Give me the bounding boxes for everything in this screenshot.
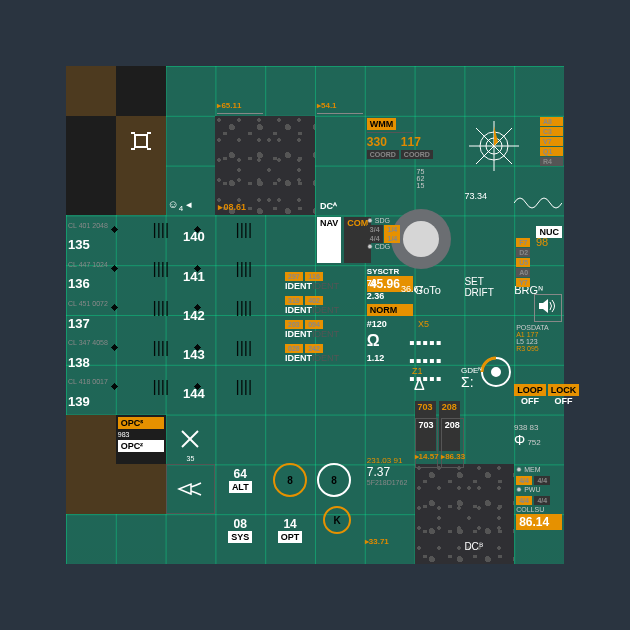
dcb-label: DCᴮ — [464, 541, 514, 591]
f-stack: F7 D2 U5 A0 Y7 — [514, 236, 532, 286]
gauge-icon — [478, 354, 514, 394]
svg-point-14 — [492, 368, 500, 376]
posdata: POSDATA A1 177 L5 123 R3 095 — [514, 322, 564, 372]
readout: ▸08.61 — [215, 166, 265, 216]
readout: ▸54.1 — [315, 66, 365, 116]
bg-block — [116, 464, 166, 514]
bg-block — [66, 66, 116, 116]
setdrift-button[interactable]: SET DRIFT — [464, 276, 514, 326]
readout: 73.34 — [464, 191, 514, 241]
knob-8a: 8 — [273, 463, 307, 497]
compass-icon — [464, 116, 524, 176]
mid-nums: 756215 — [415, 166, 465, 216]
knob-8b: 8 — [317, 463, 351, 497]
bg-block — [66, 116, 116, 166]
wmm-block[interactable]: WMM 330COORD 117COORD — [365, 116, 415, 166]
waveform: NUC — [514, 191, 564, 241]
svg-marker-12 — [539, 299, 548, 313]
audio-icon[interactable] — [534, 294, 562, 322]
bg-block — [116, 66, 166, 116]
opt-block[interactable]: 14 OPT — [265, 514, 315, 564]
bg-block — [66, 166, 116, 216]
horn-icon[interactable] — [166, 464, 216, 514]
sigma-icon: Σ: — [461, 374, 474, 390]
status-stack: A8 C3 V7 Q1 R4 — [539, 116, 564, 166]
hud-panel: ▸65.11 ▸54.1 ☺4 ◂ ▸08.61 DCᴬ WMM 330COOR… — [66, 66, 564, 564]
label: X5 — [418, 319, 429, 329]
readout: ▸33.71 — [365, 536, 415, 586]
ident-stack[interactable]: 297 116IDENTIDENT 319 402IDENTIDENT 203 … — [283, 269, 368, 429]
bg-block — [66, 415, 116, 465]
crosshair-icon — [116, 116, 166, 166]
label: Z1 — [412, 366, 423, 376]
nav-com[interactable]: NAVCOM — [315, 215, 365, 265]
num-col: 140 141 142 143 144 — [181, 215, 231, 415]
dc-label: DCᴬ — [315, 166, 365, 216]
mem-block: ✹ MEM 4/4 4/4 ✹ PWU 4/4 4/4 COLLSU 86.14 — [514, 464, 564, 514]
knob-row[interactable]: 8 8 — [271, 461, 353, 499]
q-indicator: ☺4 ◂ — [166, 166, 216, 216]
opc-block[interactable]: OPCˢ 983 OPCᶻ — [116, 415, 166, 465]
num-col: CL 401 2048 135 CL 447 1024 136 CL 451 0… — [66, 215, 116, 415]
knob-k[interactable]: K — [321, 504, 353, 536]
readout: 98 — [536, 236, 548, 248]
cross-icon: 35 — [166, 415, 216, 465]
ident-vals: 74 2.36 NORM #120 Ω 1.12 — [365, 276, 415, 416]
bg-block — [66, 464, 116, 514]
svg-rect-0 — [135, 135, 147, 147]
phi-row: 938 83 Φ 752 — [514, 423, 564, 448]
delta-icon: Δ — [414, 376, 425, 394]
alt-block[interactable]: 64 ALT — [215, 464, 265, 514]
sys-block[interactable]: 08 SYS — [215, 514, 265, 564]
readout: ▸65.11 — [215, 66, 265, 116]
readout: ▸14.57 ▸86.33 — [415, 451, 515, 501]
side-readout: 231.03 91 7.37 5F218D1762 — [365, 454, 415, 504]
bg-block — [116, 166, 166, 216]
sdg-block: ✹ SDG 3/4 1/4 4/4 1/4 ✹ CDG — [365, 215, 415, 265]
